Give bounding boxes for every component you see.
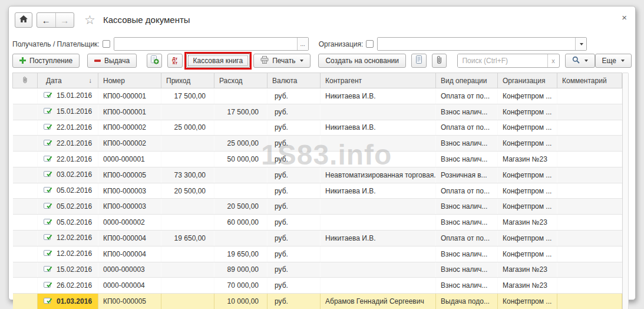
more-button[interactable]: Еще	[595, 54, 632, 68]
cell-number: 0000-000003	[98, 262, 161, 278]
cell-organization: Конфетпром ...	[498, 183, 557, 199]
cell-currency: руб.	[267, 246, 321, 262]
column-header-income[interactable]: Приход	[161, 73, 214, 88]
issue-button[interactable]: Выдача	[87, 54, 137, 68]
table-row[interactable]: 05.02.2016 0000-000002 60 000,00 руб. Вз…	[13, 215, 622, 231]
cell-organization: Конфетпром ...	[498, 88, 557, 104]
cell-attach	[13, 120, 38, 136]
cell-date-text: 15.01.2016	[57, 91, 92, 100]
cell-date: 15.01.2016	[38, 104, 98, 120]
titlebar: ← → ☆ Кассовые документы ×	[9, 6, 635, 32]
cell-date: 05.02.2016	[38, 183, 98, 199]
posted-document-icon	[44, 123, 52, 132]
print-button-label: Печать	[272, 57, 295, 65]
column-header-organization[interactable]: Организация	[498, 73, 557, 88]
table-row[interactable]: 05.02.2016 КП00-000003 20 500,00 руб. Ни…	[13, 183, 622, 199]
cell-organization: Конфетпром ...	[498, 246, 557, 262]
close-icon[interactable]: ×	[622, 12, 627, 22]
cell-comment	[557, 294, 622, 309]
table-row[interactable]: 22.01.2016 КП00-000002 25 000,00 руб. Вз…	[13, 136, 622, 152]
cell-operation: Взнос налич...	[436, 246, 498, 262]
cell-currency: руб.	[267, 294, 321, 309]
cell-expense: 50 000,00	[214, 152, 267, 167]
cell-attach	[13, 88, 38, 104]
document-structure-icon	[415, 55, 422, 65]
table-row[interactable]: 22.01.2016 0000-000001 50 000,00 руб. Вз…	[13, 152, 622, 167]
cell-date: 05.02.2016	[38, 199, 98, 215]
cell-attach	[13, 104, 38, 120]
column-header-operation[interactable]: Вид операции	[436, 73, 498, 88]
cell-operation: Взнос налич...	[436, 136, 498, 152]
cell-number: КП00-000002	[98, 136, 161, 152]
table-row[interactable]: 12.02.2016 КП00-000004 19 650,00 руб. Вз…	[13, 246, 622, 262]
cell-currency: руб.	[267, 104, 321, 120]
column-header-expense[interactable]: Расход	[214, 73, 267, 88]
table-row[interactable]: 05.02.2016 КП00-000003 20 500,00 руб. Вз…	[13, 199, 622, 215]
column-header-comment[interactable]: Комментарий	[557, 73, 622, 88]
cell-expense: 25 000,00	[214, 136, 267, 152]
forward-arrow-icon: →	[60, 15, 69, 25]
cell-contractor	[321, 278, 436, 294]
cell-expense: 19 650,00	[214, 246, 267, 262]
search-input[interactable]	[458, 54, 547, 67]
cell-attach	[13, 152, 38, 167]
table-row[interactable]: 22.01.2016 КП00-000002 25 000,00 руб. Ни…	[13, 120, 622, 136]
favorite-star-icon[interactable]: ☆	[84, 13, 95, 27]
table-row[interactable]: 12.02.2016 КП00-000004 19 650,00 руб. Ни…	[13, 231, 622, 246]
payer-filter-input[interactable]	[114, 38, 297, 50]
cell-number: КП00-000005	[98, 167, 161, 183]
column-header-number[interactable]: Номер	[98, 73, 161, 88]
copy-document-button[interactable]	[147, 54, 162, 68]
table-row[interactable]: 15.01.2016 КП00-000001 17 500,00 руб. Ни…	[13, 88, 622, 104]
cell-operation: Взнос налич...	[436, 215, 498, 231]
cell-organization: Конфетпром ...	[498, 294, 557, 309]
cell-expense: 10 000,00	[214, 294, 267, 309]
table-row[interactable]: 26.02.2016 0000-000004 70 000,00 руб. Вз…	[13, 278, 622, 294]
linked-documents-button[interactable]	[411, 54, 427, 68]
table-row[interactable]: 03.02.2016 КП00-000005 73 300,00 руб. Не…	[13, 167, 622, 183]
payer-filter-checkbox[interactable]	[103, 40, 110, 48]
posted-document-icon	[44, 202, 52, 211]
posted-document-icon	[44, 91, 52, 100]
column-header-attach[interactable]	[13, 73, 38, 88]
table-body: 15.01.2016 КП00-000001 17 500,00 руб. Ни…	[13, 88, 622, 309]
back-button[interactable]: ←	[37, 13, 55, 27]
cell-attach	[13, 199, 38, 215]
table-row[interactable]: 15.01.2016 КП00-000001 17 500,00 руб. Вз…	[13, 104, 622, 120]
sort-desc-icon: ↓	[89, 77, 93, 84]
vertical-scrollbar[interactable]	[622, 73, 629, 309]
org-filter-input[interactable]	[378, 38, 575, 50]
cell-expense: 70 000,00	[214, 278, 267, 294]
column-header-date-label: Дата	[46, 77, 62, 85]
posted-document-icon	[44, 234, 52, 242]
cell-organization: Магазин №23	[498, 215, 557, 231]
forward-button[interactable]: →	[55, 13, 74, 27]
cell-currency: руб.	[267, 262, 321, 278]
clear-search-button[interactable]: x	[547, 54, 559, 67]
cell-operation: Взнос налич...	[436, 199, 498, 215]
column-header-contractor[interactable]: Контрагент	[321, 73, 436, 88]
column-header-date[interactable]: Дата ↓	[38, 73, 98, 88]
create-based-on-button[interactable]: Создать на основании	[318, 54, 406, 68]
cell-income: 19 650,00	[161, 231, 214, 246]
cash-book-button[interactable]: Кассовая книга	[186, 54, 250, 68]
cell-comment	[557, 246, 622, 262]
search-menu-button[interactable]	[565, 54, 595, 68]
attachments-button[interactable]	[432, 54, 447, 68]
home-button[interactable]	[15, 12, 32, 28]
cell-date-text: 22.01.2016	[57, 123, 92, 132]
history-nav-group: ← →	[37, 12, 74, 28]
debit-credit-button[interactable]: Дт Кт	[167, 54, 183, 68]
home-icon	[19, 15, 28, 25]
org-filter-checkbox[interactable]	[366, 40, 374, 48]
cell-currency: руб.	[267, 88, 321, 104]
page-title: Кассовые документы	[103, 15, 190, 25]
cell-income	[161, 294, 214, 309]
print-button[interactable]: Печать	[253, 54, 311, 68]
table-row[interactable]: 15.02.2016 0000-000003 89 000,00 руб. Вз…	[13, 262, 622, 278]
receipt-button[interactable]: Поступление	[12, 54, 80, 68]
column-header-currency[interactable]: Валюта	[267, 73, 321, 88]
org-dropdown-button[interactable]	[575, 38, 586, 50]
payer-ellipsis-button[interactable]: ...	[297, 38, 308, 50]
table-row[interactable]: 01.03.2016 КП00-000005 10 000,00 руб. Аб…	[13, 294, 622, 309]
